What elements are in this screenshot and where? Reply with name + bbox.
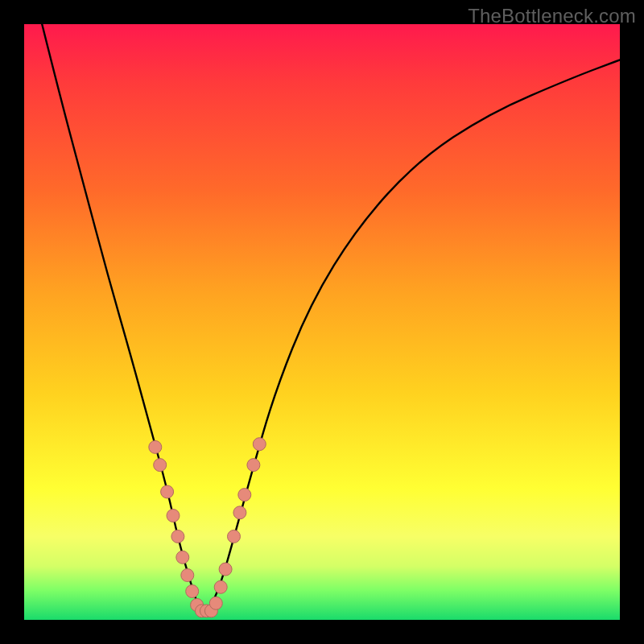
curve-marker [233, 506, 246, 519]
curve-marker [176, 551, 189, 564]
outer-frame: TheBottleneck.com [0, 0, 644, 644]
curve-marker [167, 510, 180, 522]
curve-marker [181, 569, 194, 582]
curve-marker [149, 440, 162, 453]
curve-marker [214, 580, 227, 593]
curve-marker [161, 485, 174, 498]
curve-markers [149, 438, 266, 617]
curve-marker [253, 438, 266, 451]
curve-marker [238, 489, 251, 502]
plot-area [24, 24, 620, 620]
curve-marker [209, 597, 222, 609]
bottleneck-curve-path [42, 24, 620, 611]
curve-marker [186, 585, 199, 598]
bottleneck-chart [24, 24, 620, 620]
curve-marker [228, 530, 241, 543]
curve-marker [247, 459, 260, 472]
curve-marker [154, 459, 167, 472]
curve-marker [171, 530, 184, 543]
curve-marker [219, 563, 232, 576]
